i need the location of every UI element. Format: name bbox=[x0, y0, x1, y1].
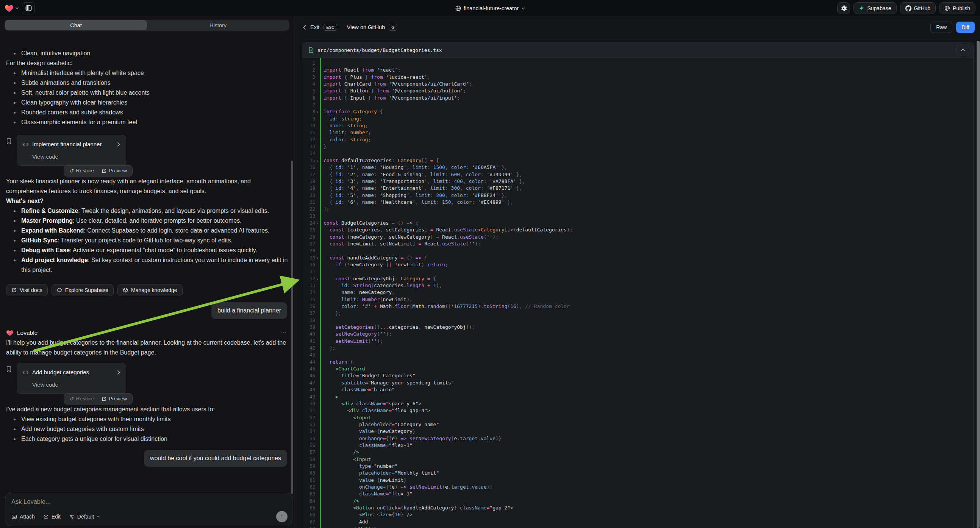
view-code-link[interactable]: View code bbox=[32, 152, 121, 162]
line-number: 23 bbox=[302, 213, 315, 220]
preview-button[interactable]: Preview bbox=[102, 394, 127, 404]
view-code-link[interactable]: View code bbox=[32, 380, 121, 390]
lovable-logo-menu[interactable] bbox=[5, 4, 19, 13]
code-line: 57 /> bbox=[302, 449, 973, 456]
publish-button[interactable]: Publish bbox=[939, 2, 975, 14]
mode-selector[interactable]: Default bbox=[69, 514, 100, 520]
fold-spacer bbox=[315, 331, 320, 337]
code-viewer[interactable]: 1 2import React from 'react';3import { P… bbox=[302, 58, 973, 528]
external-link-icon bbox=[11, 288, 17, 293]
user-message-row: build a financial planner bbox=[6, 302, 289, 319]
restore-button[interactable]: ↺ Restore bbox=[69, 394, 94, 404]
attach-button[interactable]: Attach bbox=[11, 514, 35, 520]
code-text: import { Input } from '@/components/ui/i… bbox=[320, 95, 973, 102]
code-line: 20 { id: '5', name: 'Shopping', limit: 2… bbox=[302, 192, 973, 199]
tab-history[interactable]: History bbox=[147, 20, 289, 30]
fold-spacer bbox=[315, 143, 320, 150]
fold-toggle[interactable]: ∨ bbox=[315, 108, 320, 115]
fold-toggle[interactable]: ∨ bbox=[315, 254, 320, 261]
line-number: 11 bbox=[302, 129, 315, 136]
code-line: 2import React from 'react'; bbox=[302, 67, 973, 73]
line-number: 53 bbox=[302, 421, 315, 428]
code-text: name: newCategory, bbox=[320, 289, 973, 296]
restore-icon: ↺ bbox=[69, 168, 74, 173]
fold-spacer bbox=[315, 351, 320, 358]
code-line: 1 bbox=[302, 60, 973, 67]
code-line: 4import ChartCard from '@/components/ui/… bbox=[302, 81, 973, 87]
fold-spacer bbox=[315, 261, 320, 268]
edit-button[interactable]: Edit bbox=[43, 514, 60, 520]
code-line: 36 color: '#' + Math.floor(Math.random()… bbox=[302, 303, 973, 310]
line-number: 37 bbox=[302, 310, 315, 316]
diff-toggle-button[interactable]: Diff bbox=[956, 22, 975, 33]
code-line: 35 limit: Number(newLimit), bbox=[302, 296, 973, 303]
code-line: 61 value={newLimit} bbox=[302, 477, 973, 484]
line-number: 36 bbox=[302, 303, 315, 310]
preview-button[interactable]: Preview bbox=[102, 166, 127, 176]
fold-spacer bbox=[315, 477, 320, 484]
code-text: <Input bbox=[320, 456, 973, 463]
fold-spacer bbox=[315, 303, 320, 310]
line-number: 40 bbox=[302, 331, 315, 337]
version-card-add-budget-categories[interactable]: Add budget categories View code bbox=[17, 363, 126, 394]
github-button[interactable]: GitHub bbox=[900, 2, 936, 14]
line-number: 27 bbox=[302, 240, 315, 247]
sidebar-toggle-button[interactable] bbox=[22, 2, 35, 14]
code-text bbox=[320, 150, 973, 157]
bullet-item: Minimalist interface with plenty of whit… bbox=[13, 68, 289, 78]
manage-knowledge-button[interactable]: Manage knowledge bbox=[118, 284, 182, 296]
supabase-button[interactable]: Supabase bbox=[853, 2, 896, 14]
line-number: 41 bbox=[302, 338, 315, 345]
raw-toggle-button[interactable]: Raw bbox=[931, 22, 952, 33]
settings-button[interactable] bbox=[837, 2, 850, 14]
code-text: { id: '1', name: 'Housing', limit: 1500,… bbox=[320, 164, 973, 171]
message-menu-button[interactable]: ⋯ bbox=[280, 328, 289, 338]
visit-docs-button[interactable]: Visit docs bbox=[6, 284, 48, 296]
send-button[interactable]: ↑ bbox=[276, 511, 288, 522]
code-line: 11 limit: number; bbox=[302, 129, 973, 136]
file-bar[interactable]: src/components/budget/BudgetCategories.t… bbox=[302, 43, 973, 58]
code-line: 8∨interface Category { bbox=[302, 108, 973, 115]
explore-supabase-button[interactable]: Explore Supabase bbox=[51, 284, 114, 296]
code-line: 13} bbox=[302, 143, 973, 150]
code-text: limit: number; bbox=[320, 129, 973, 136]
code-text: <Button onClick={handleAddCategory} clas… bbox=[320, 504, 973, 511]
fold-toggle[interactable]: ∨ bbox=[315, 275, 320, 282]
tab-chat[interactable]: Chat bbox=[5, 20, 147, 30]
line-number: 24 bbox=[302, 220, 315, 226]
assistant-name: Lovable bbox=[17, 328, 38, 338]
top-bar: financial-future-creator Supabase bbox=[0, 0, 980, 17]
fold-spacer bbox=[315, 518, 320, 525]
fold-spacer bbox=[315, 282, 320, 289]
code-text: name: string; bbox=[320, 122, 973, 129]
exit-button[interactable]: Exit ESC bbox=[303, 24, 337, 31]
line-number: 19 bbox=[302, 185, 315, 192]
whats-next-heading: What's next? bbox=[6, 196, 289, 206]
collapse-file-button[interactable] bbox=[956, 45, 969, 55]
code-line: 62 onChange={(e) => setNewLimit(e.target… bbox=[302, 484, 973, 490]
chevron-up-icon bbox=[961, 48, 965, 51]
code-text: const [categories, setCategories] = Reac… bbox=[320, 226, 973, 233]
file-added-icon bbox=[309, 47, 314, 53]
code-text: const defaultCategories: Category[] = [ bbox=[320, 157, 973, 164]
code-scrollbar[interactable] bbox=[977, 41, 980, 528]
chat-composer[interactable]: Ask Lovable... Attach Edit bbox=[5, 493, 293, 526]
chat-scrollbar[interactable] bbox=[291, 161, 293, 494]
view-on-github-button[interactable]: View on GitHub G bbox=[347, 24, 398, 31]
line-number: 46 bbox=[302, 372, 315, 379]
version-card-implement-financial-planner[interactable]: Implement financial planner View code bbox=[17, 135, 126, 166]
target-icon bbox=[43, 514, 49, 520]
fold-toggle[interactable]: ∨ bbox=[315, 157, 320, 164]
fold-spacer bbox=[315, 164, 320, 171]
line-number: 67 bbox=[302, 518, 315, 525]
publish-globe-icon bbox=[944, 5, 950, 11]
project-switcher[interactable]: financial-future-creator bbox=[455, 0, 525, 17]
restore-button[interactable]: ↺ Restore bbox=[69, 166, 94, 176]
line-number: 65 bbox=[302, 504, 315, 511]
fold-spacer bbox=[315, 129, 320, 136]
fold-toggle[interactable]: ∨ bbox=[315, 220, 320, 226]
code-text: /> bbox=[320, 498, 973, 504]
code-text: <ChartCard bbox=[320, 366, 973, 372]
line-number: 17 bbox=[302, 171, 315, 178]
code-line: 16 { id: '1', name: 'Housing', limit: 15… bbox=[302, 164, 973, 171]
